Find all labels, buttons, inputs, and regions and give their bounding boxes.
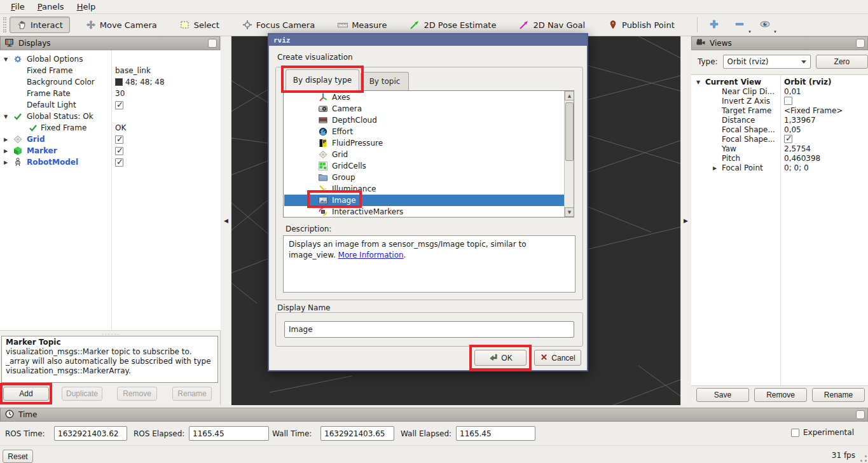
scroll-thumb[interactable] [565,102,574,161]
scroll-down-icon[interactable]: ▼ [565,207,574,217]
robotmodel-checkbox[interactable] [115,158,123,167]
view-row-near-clip[interactable]: Near Clip Di... 0,01 [691,87,868,97]
displays-float-button[interactable] [208,39,217,48]
interact-tool-button[interactable]: Interact [10,17,70,33]
ros-time-input[interactable] [54,426,127,441]
view-row-distance[interactable]: Distance 1,33967 [691,116,868,125]
default-light-checkbox[interactable] [115,101,123,109]
list-item-camera[interactable]: Camera [284,103,564,114]
expander-icon[interactable]: ▶ [3,160,9,165]
wall-elapsed-input[interactable] [456,426,535,441]
add-display-button[interactable]: Add [3,387,49,401]
tab-by-display-type[interactable]: By display type [286,69,359,90]
list-scrollbar[interactable]: ▲ ▼ [564,91,574,217]
remove-view-button[interactable]: Remove [754,388,807,402]
tree-row-background-color[interactable]: Background Color 48; 48; 48 [0,76,221,88]
view-row-target-frame[interactable]: Target Frame <Fixed Frame> [691,106,868,116]
view-row-invert-z[interactable]: Invert Z Axis [691,97,868,106]
remove-tool-button[interactable]: ▾ [729,17,750,34]
expander-icon[interactable]: ▼ [3,57,9,62]
ok-button[interactable]: OK [474,350,527,366]
display-name-input[interactable] [284,321,574,338]
focus-camera-tool-button[interactable]: Focus Camera [235,17,322,33]
marker-checkbox[interactable] [115,147,123,155]
remove-tool-dropdown-arrow[interactable]: ▾ [748,29,751,34]
right-collapse-strip[interactable]: ▶ [680,36,691,405]
tree-row-marker[interactable]: ▶ Marker [0,145,221,156]
row-value[interactable]: <Fixed Frame> [784,106,843,115]
remove-display-button[interactable]: Remove [117,387,157,401]
invert-z-checkbox[interactable] [784,97,792,105]
views-float-button[interactable] [856,39,865,48]
view-row-focal-shape-fixed[interactable]: Focal Shape... [691,135,868,144]
tree-row-frame-rate[interactable]: Frame Rate 30 [0,88,221,99]
ros-elapsed-input[interactable] [189,426,269,441]
list-item-group[interactable]: Group [284,172,564,183]
tool-properties-dropdown-arrow[interactable]: ▾ [774,29,776,34]
row-value[interactable]: 2,5754 [784,144,811,153]
experimental-checkbox[interactable] [791,429,799,437]
expander-icon[interactable]: ▶ [3,137,9,142]
select-tool-button[interactable]: Select [173,17,226,33]
tool-properties-button[interactable]: ▾ [755,17,775,34]
tree-row-global-status[interactable]: ▼ Global Status: Ok [0,111,221,122]
menu-help[interactable]: Help [71,1,102,13]
menu-panels[interactable]: Panels [32,1,70,13]
focal-shape-checkbox[interactable] [784,135,792,143]
list-item-axes[interactable]: Axes [284,92,564,103]
list-item-gridcells[interactable]: GridCells [284,160,564,172]
more-information-link[interactable]: More Information [338,251,404,259]
nav-goal-tool-button[interactable]: 2D Nav Goal [512,17,592,33]
view-row-yaw[interactable]: Yaw 2,5754 [691,144,868,154]
rename-view-button[interactable]: Rename [812,388,865,402]
view-row-current-view[interactable]: ▼ Current View Orbit (rviz) [691,78,868,87]
list-item-illuminance[interactable]: Illuminance [284,183,564,195]
list-item-interactivemarkers[interactable]: InteractiveMarkers [284,206,564,218]
list-item-grid[interactable]: Grid [284,149,564,160]
rename-display-button[interactable]: Rename [172,387,212,401]
measure-tool-button[interactable]: Measure [331,17,394,33]
background-color-value[interactable]: 48; 48; 48 [115,78,165,86]
time-float-button[interactable] [856,410,865,419]
view-type-combobox[interactable]: Orbit (rviz) [723,55,811,69]
save-view-button[interactable]: Save [696,388,749,402]
row-value[interactable]: 0; 0; 0 [784,163,809,172]
list-item-image-selected[interactable]: Image [284,195,564,206]
menu-file[interactable]: File [5,1,31,13]
zero-button[interactable]: Zero [816,55,868,69]
row-value[interactable]: 0,01 [784,87,801,96]
frame-rate-value[interactable]: 30 [115,89,125,98]
dialog-titlebar[interactable]: rviz [269,34,587,46]
expander-icon[interactable]: ▼ [695,79,701,85]
cancel-button[interactable]: Cancel [534,350,581,366]
duplicate-display-button[interactable]: Duplicate [62,387,102,401]
fixed-frame-value[interactable]: base_link [115,66,151,75]
tree-row-global-options[interactable]: ▼ Global Options [0,53,221,65]
row-value[interactable]: 0,460398 [784,154,820,163]
view-row-focal-shape-size[interactable]: Focal Shape... 0,05 [691,125,868,135]
tree-row-grid[interactable]: ▶ Grid [0,134,221,145]
row-value[interactable]: 1,33967 [784,116,816,125]
tab-by-topic[interactable]: By topic [361,72,409,90]
tree-row-status-fixed-frame[interactable]: Fixed Frame OK [0,122,221,134]
view-row-focal-point[interactable]: ▶ Focal Point 0; 0; 0 [691,163,868,173]
scroll-up-icon[interactable]: ▲ [565,91,574,100]
tree-row-fixed-frame[interactable]: Fixed Frame base_link [0,65,221,76]
grid-checkbox[interactable] [115,135,123,144]
list-item-fluidpressure[interactable]: FluidPressure [284,137,564,149]
expander-icon[interactable]: ▼ [3,114,9,120]
move-camera-tool-button[interactable]: Move Camera [79,17,164,33]
expander-icon[interactable]: ▶ [712,165,718,171]
tree-row-robotmodel[interactable]: ▶ RobotModel [0,156,221,168]
left-collapse-strip[interactable]: ◀ [221,36,231,405]
add-tool-button[interactable] [704,17,724,34]
tree-row-default-light[interactable]: Default Light [0,99,221,111]
publish-point-tool-button[interactable]: Publish Point [601,17,682,33]
pose-estimate-tool-button[interactable]: 2D Pose Estimate [403,17,503,33]
wall-time-input[interactable] [320,426,394,441]
list-item-effort[interactable]: Effort [284,126,564,137]
view-row-pitch[interactable]: Pitch 0,460398 [691,154,868,163]
resize-grip[interactable] [860,455,867,462]
list-item-depthcloud[interactable]: DepthCloud [284,114,564,126]
row-value[interactable]: 0,05 [784,125,801,134]
